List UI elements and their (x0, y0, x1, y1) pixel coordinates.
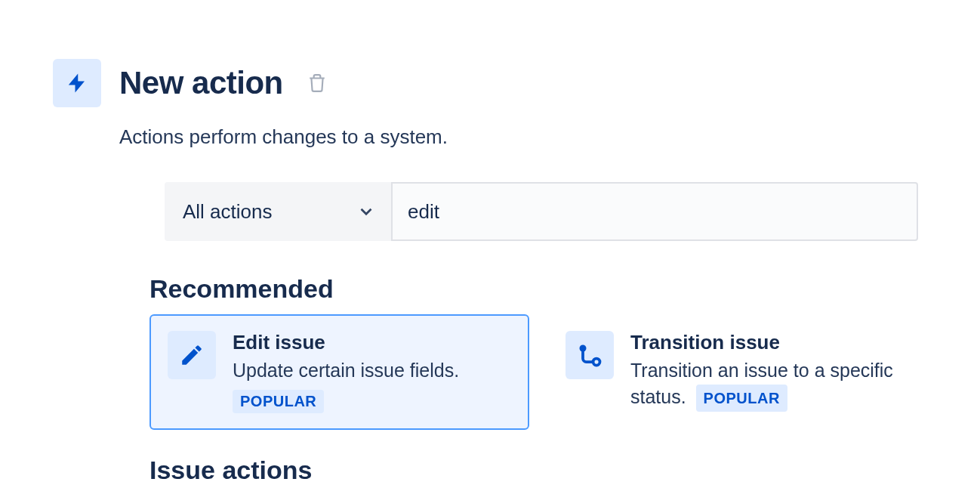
card-title: Edit issue (233, 331, 511, 354)
transition-icon (576, 341, 603, 369)
trash-icon (307, 73, 327, 93)
page-title: New action (119, 65, 283, 101)
search-input[interactable] (391, 182, 918, 241)
popular-badge: POPULAR (233, 390, 324, 413)
delete-button[interactable] (304, 70, 330, 96)
card-description: Update certain issue fields. (233, 357, 511, 384)
action-card-transition-issue[interactable]: Transition issue Transition an issue to … (547, 314, 927, 430)
popular-badge: POPULAR (696, 385, 787, 412)
actions-filter-dropdown[interactable]: All actions (165, 182, 391, 241)
card-content: Edit issue Update certain issue fields. … (233, 331, 511, 413)
issue-actions-heading: Issue actions (149, 456, 927, 485)
transition-icon-box (566, 331, 614, 379)
chevron-down-icon (356, 202, 376, 221)
card-description: Transition an issue to a specific status… (630, 357, 909, 412)
dropdown-label: All actions (183, 200, 273, 224)
page-subtitle: Actions perform changes to a system. (119, 125, 927, 149)
action-card-edit-issue[interactable]: Edit issue Update certain issue fields. … (149, 314, 529, 430)
page-header: New action (53, 59, 927, 107)
card-title: Transition issue (630, 331, 909, 354)
lightning-icon-box (53, 59, 101, 107)
pencil-icon (179, 342, 205, 368)
edit-icon-box (168, 331, 216, 379)
recommended-heading: Recommended (149, 274, 927, 304)
filter-controls: All actions (165, 182, 927, 241)
card-content: Transition issue Transition an issue to … (630, 331, 909, 412)
recommended-cards: Edit issue Update certain issue fields. … (149, 314, 927, 430)
lightning-icon (66, 69, 88, 97)
